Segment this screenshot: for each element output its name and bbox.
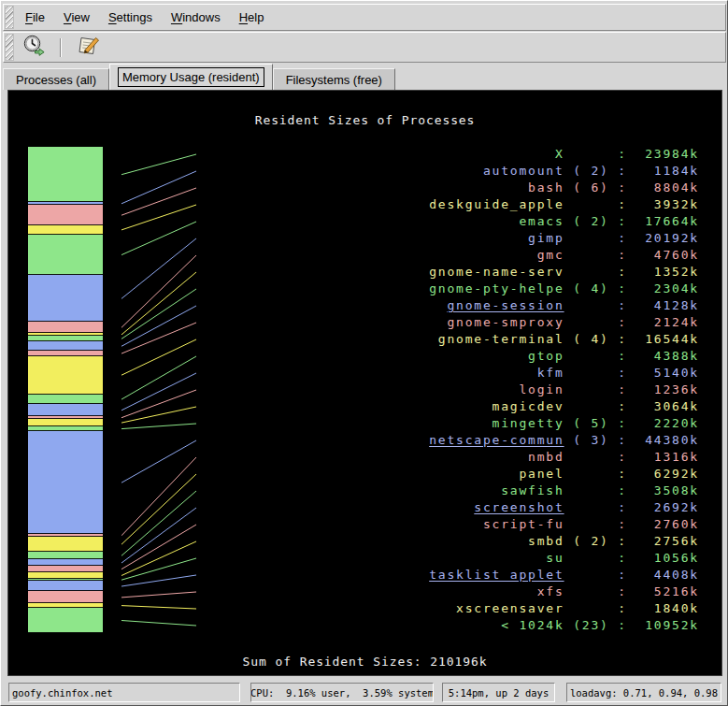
process-row-sawfish[interactable]: sawfish : 3508k	[429, 483, 699, 499]
process-row-su[interactable]: su : 1056k	[429, 550, 699, 567]
process-row-automount[interactable]: automount ( 2) : 1184k	[429, 163, 699, 180]
bar-segment-1024k[interactable]	[28, 608, 103, 633]
process-name: script-fu	[483, 517, 564, 531]
menubar: FileViewSettingsWindowsHelp	[3, 4, 726, 31]
sum-of-resident-sizes: Sum of Resident Sizes: 210196k	[8, 655, 721, 669]
bar-segment-gmc[interactable]	[28, 322, 103, 333]
process-row-login[interactable]: login : 1236k	[429, 382, 699, 398]
bar-segment-netscape-commun[interactable]	[28, 431, 103, 534]
bar-segment-kfm[interactable]	[28, 404, 103, 416]
toolbar	[3, 32, 726, 63]
bar-segment-magicdev[interactable]	[28, 419, 103, 426]
process-name: nmbd	[528, 450, 564, 464]
process-name: mingetty	[492, 416, 564, 430]
hostname-panel: goofy.chinfox.net	[8, 683, 240, 702]
process-row-smbd[interactable]: smbd ( 2) : 2756k	[429, 533, 699, 550]
tab-label: Memory Usage (resident)	[118, 67, 264, 87]
bar-segment-gnome-session[interactable]	[28, 341, 103, 351]
process-row-xfs[interactable]: xfs : 5216k	[429, 584, 699, 600]
tab-label: Processes (all)	[11, 70, 101, 90]
bar-segment-script-fu[interactable]	[28, 566, 103, 572]
bar-segment-panel[interactable]	[28, 537, 103, 552]
bar-segment-xfs[interactable]	[28, 591, 103, 603]
bar-segment-bash[interactable]	[28, 205, 103, 225]
process-row-gtop[interactable]: gtop : 4388k	[429, 348, 699, 365]
bar-segment-emacs[interactable]	[28, 235, 103, 276]
leader-lines	[121, 91, 196, 677]
process-row-netscape-commun[interactable]: netscape-commun ( 3) : 44380k	[429, 432, 699, 449]
leader-line-gnome-session	[121, 306, 196, 346]
toolbar-separator	[60, 38, 62, 57]
leader-line-panel	[121, 474, 196, 544]
process-name: kfm	[537, 366, 564, 380]
bar-segment-deskguide-apple[interactable]	[28, 225, 103, 235]
leader-line-xfs	[121, 592, 196, 598]
process-name: X	[555, 147, 564, 161]
process-row-kfm[interactable]: kfm : 5140k	[429, 365, 699, 382]
bar-segment-x[interactable]	[28, 147, 103, 202]
process-row-gnome-smproxy[interactable]: gnome-smproxy : 2124k	[429, 314, 699, 331]
tab-processes-all[interactable]: Processes (all)	[3, 68, 109, 90]
tab-memory-usage-resident[interactable]: Memory Usage (resident)	[109, 64, 273, 90]
tab-filesystems-free[interactable]: Filesystems (free)	[273, 68, 395, 90]
time-uptime-panel: 5:14pm, up 2 days	[442, 683, 555, 702]
timer-button[interactable]	[16, 32, 52, 64]
menu-items: FileViewSettingsWindowsHelp	[16, 7, 273, 28]
leader-line-automount	[121, 171, 196, 204]
leader-line-1024k	[121, 621, 196, 627]
process-row-x[interactable]: X : 23984k	[429, 146, 699, 163]
process-row-1024k[interactable]: < 1024k (23) : 10952k	[429, 617, 699, 634]
process-row-script-fu[interactable]: script-fu : 2760k	[429, 516, 699, 533]
process-row-gmc[interactable]: gmc : 4760k	[429, 247, 699, 264]
process-name: automount	[483, 164, 564, 178]
process-row-tasklist-applet[interactable]: tasklist_applet : 4408k	[429, 567, 699, 584]
tabstrip: Processes (all) Memory Usage (resident) …	[3, 64, 727, 90]
bar-segment-gimp[interactable]	[28, 275, 103, 322]
process-name: sawfish	[501, 483, 564, 497]
menu-help[interactable]: Help	[230, 7, 274, 28]
process-row-nmbd[interactable]: nmbd : 1316k	[429, 449, 699, 466]
chart-title: Resident Sizes of Processes	[8, 113, 721, 127]
process-row-gnome-terminal[interactable]: gnome-terminal ( 4) : 16544k	[429, 331, 699, 348]
process-row-screenshot[interactable]: screenshot : 2692k	[429, 499, 699, 516]
process-name: xscreensaver	[456, 601, 564, 615]
leader-line-kfm	[121, 373, 196, 411]
process-name: tasklist_applet	[429, 568, 564, 582]
menu-view[interactable]: View	[54, 7, 99, 28]
memory-bar	[28, 147, 103, 633]
process-row-bash[interactable]: bash ( 6) : 8804k	[429, 180, 699, 196]
process-row-magicdev[interactable]: magicdev : 3064k	[429, 398, 699, 415]
process-row-gimp[interactable]: gimp : 20192k	[429, 230, 699, 247]
process-row-gnome-name-serv[interactable]: gnome-name-serv : 1352k	[429, 264, 699, 281]
menu-windows[interactable]: Windows	[162, 7, 230, 28]
leader-line-x	[121, 154, 196, 175]
process-row-gnome-session[interactable]: gnome-session : 4128k	[429, 297, 699, 314]
process-row-mingetty[interactable]: mingetty ( 5) : 2220k	[429, 415, 699, 432]
process-row-panel[interactable]: panel : 6292k	[429, 466, 699, 483]
gtop-window: FileViewSettingsWindowsHelp	[0, 0, 728, 706]
process-name: screenshot	[474, 500, 564, 514]
menu-settings[interactable]: Settings	[99, 7, 162, 28]
bar-segment-gnome-terminal[interactable]	[28, 356, 103, 395]
process-name: deskguide_apple	[429, 197, 564, 211]
leader-line-gnome-pty-helpe	[121, 289, 196, 339]
process-name: gtop	[528, 349, 564, 363]
bar-segment-tasklist-applet[interactable]	[28, 581, 103, 591]
leader-line-netscape-commun	[121, 440, 196, 483]
process-row-gnome-pty-helpe[interactable]: gnome-pty-helpe ( 4) : 2304k	[429, 281, 699, 297]
properties-button[interactable]	[69, 32, 107, 64]
process-name: login	[519, 382, 564, 396]
bar-segment-sawfish[interactable]	[28, 552, 103, 560]
bar-segment-gtop[interactable]	[28, 395, 103, 405]
leader-line-gnome-smproxy	[121, 323, 196, 353]
tab-label: Filesystems (free)	[281, 70, 387, 90]
toolbar-grip-handle[interactable]	[5, 34, 14, 61]
process-row-xscreensaver[interactable]: xscreensaver : 1840k	[429, 600, 699, 617]
process-name: gimp	[528, 231, 564, 245]
process-row-emacs[interactable]: emacs ( 2) : 17664k	[429, 213, 699, 230]
bar-segment-smbd[interactable]	[28, 572, 103, 579]
process-row-deskguide-apple[interactable]: deskguide_apple : 3932k	[429, 196, 699, 213]
bar-segment-screenshot[interactable]	[28, 559, 103, 566]
menu-file[interactable]: File	[16, 7, 54, 28]
menubar-grip-handle[interactable]	[5, 6, 14, 29]
